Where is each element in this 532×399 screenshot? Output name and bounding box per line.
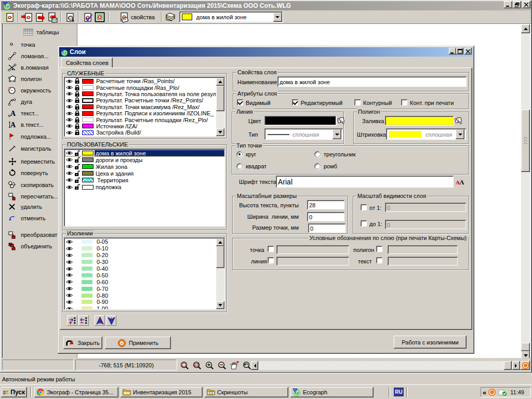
- scroll-down-button[interactable]: [216, 301, 224, 309]
- lock-open-icon[interactable]: [74, 170, 80, 177]
- zoom-rect-button[interactable]: [191, 361, 203, 370]
- close-button[interactable]: [522, 1, 530, 8]
- legend-line-field[interactable]: [276, 257, 350, 266]
- line-color-picker-icon[interactable]: [337, 116, 345, 125]
- to-checkbox[interactable]: [361, 220, 367, 227]
- eye-icon[interactable]: [66, 260, 73, 264]
- eye-icon[interactable]: [66, 185, 73, 190]
- user-layer-row[interactable]: дороги и проезды: [65, 156, 224, 163]
- hscroll-left-button[interactable]: [251, 361, 258, 370]
- sidebar-tool[interactable]: текст...: [7, 108, 38, 118]
- point-square-radio[interactable]: [236, 163, 243, 169]
- line-type-combobox[interactable]: сплошная: [264, 128, 343, 140]
- service-layer-row[interactable]: Результат. Точка пользователя на поле ре…: [65, 91, 216, 97]
- eye-icon[interactable]: [66, 178, 73, 182]
- hscroll-right-button[interactable]: [512, 361, 520, 370]
- isoline-row[interactable]: 0-20: [65, 252, 216, 259]
- isoline-row[interactable]: 0-80: [65, 292, 216, 299]
- isolines-work-button[interactable]: Работа с изолиниями: [394, 336, 467, 349]
- lock-open-icon[interactable]: [74, 164, 80, 170]
- lock-open-icon[interactable]: [74, 157, 80, 163]
- user-layer-row[interactable]: Жилая зона: [65, 163, 224, 170]
- hscroll-track[interactable]: [259, 361, 504, 370]
- service-layer-row[interactable]: Результат. Точки максимума /Rez_Max/: [65, 104, 216, 110]
- scroll-down-button[interactable]: [216, 128, 224, 136]
- service-layer-row[interactable]: Расчетные точки /Ras_Points/: [65, 78, 216, 84]
- eye-icon[interactable]: [66, 273, 73, 277]
- visible-checkbox[interactable]: [237, 99, 244, 106]
- close-dialog-button[interactable]: Закрыть: [63, 337, 102, 349]
- legend-polygon-field[interactable]: [388, 245, 458, 255]
- user-layers-list[interactable]: дома в жилой зоне дороги и проезды Ж: [64, 149, 225, 227]
- zoom-in-button[interactable]: [204, 361, 215, 370]
- dialog-close-button[interactable]: [464, 48, 472, 55]
- pan-button[interactable]: [229, 361, 240, 370]
- export-button[interactable]: [33, 11, 46, 23]
- lock-icon[interactable]: [74, 117, 80, 123]
- fill-color-swatch[interactable]: [385, 116, 454, 126]
- contour-checkbox[interactable]: [354, 99, 361, 106]
- vscroll-thumb[interactable]: [521, 110, 530, 172]
- lock-icon[interactable]: [74, 129, 80, 136]
- save-button[interactable]: [46, 11, 58, 23]
- lock-icon[interactable]: [74, 110, 80, 116]
- dialog-maximize-button[interactable]: [456, 48, 463, 55]
- vertical-scrollbar[interactable]: [521, 24, 530, 360]
- sidebar-tool[interactable]: удалить: [7, 202, 42, 212]
- sidebar-tool[interactable]: магистраль: [7, 143, 51, 154]
- legend-point-checkbox[interactable]: [268, 246, 274, 252]
- sidebar-tool[interactable]: полигон: [7, 74, 42, 84]
- eye-icon[interactable]: [66, 117, 73, 122]
- minimize-button[interactable]: [504, 1, 512, 8]
- isoline-row[interactable]: 0-05: [65, 238, 216, 245]
- scroll-up-button[interactable]: [216, 78, 224, 86]
- eye-icon[interactable]: [66, 253, 73, 258]
- taskbar-button[interactable]: Ecograph: [290, 387, 374, 397]
- eye-icon[interactable]: [66, 171, 73, 176]
- isoline-row[interactable]: 1-00: [65, 305, 216, 309]
- fill-color-picker-icon[interactable]: [454, 116, 462, 125]
- service-layer-row[interactable]: Источники /IZA/: [65, 123, 216, 129]
- eye-icon[interactable]: [66, 98, 73, 103]
- line-width-field[interactable]: 0: [307, 212, 345, 222]
- scroll-thumb[interactable]: [216, 86, 224, 111]
- preview-button[interactable]: [63, 11, 76, 23]
- legend-text-checkbox[interactable]: [376, 257, 383, 264]
- line-color-swatch[interactable]: [264, 116, 337, 126]
- new-map-button[interactable]: [3, 11, 16, 23]
- language-indicator[interactable]: RU: [394, 388, 404, 396]
- lock-icon[interactable]: [74, 123, 80, 129]
- sidebar-tool[interactable]: таблицы: [23, 27, 59, 37]
- sidebar-tool[interactable]: преобразовать: [7, 230, 60, 240]
- sidebar-tool[interactable]: дуга: [7, 97, 32, 107]
- isoline-up-button[interactable]: [95, 315, 105, 326]
- main-titlebar[interactable]: Экограф-карта:\\G:\РАБОТА МАМА\ООО Соть\…: [1, 1, 531, 10]
- eye-icon[interactable]: [66, 85, 73, 90]
- dialog-minimize-button[interactable]: [449, 48, 456, 55]
- isoline-row[interactable]: 0-10: [65, 245, 216, 252]
- sidebar-tool[interactable]: ломаная...: [7, 51, 49, 61]
- line-type-dropdown-button[interactable]: [332, 129, 341, 139]
- service-layer-row[interactable]: Результат. Расчетные точки /Rez_Points/: [65, 97, 216, 103]
- eye-icon[interactable]: [66, 91, 73, 96]
- legend-text-field[interactable]: [388, 257, 458, 266]
- tray-app-icon[interactable]: [488, 388, 496, 396]
- layer-combo-dropdown-button[interactable]: [273, 12, 282, 22]
- lock-icon[interactable]: [74, 85, 80, 91]
- service-list-scrollbar[interactable]: [216, 78, 224, 136]
- eye-icon[interactable]: [66, 111, 73, 116]
- scroll-thumb[interactable]: [216, 246, 224, 268]
- taskbar-button[interactable]: Скриншоты: [205, 387, 288, 397]
- sidebar-tool[interactable]: окружность: [7, 85, 51, 96]
- isoline-row[interactable]: 0-40: [65, 265, 216, 272]
- zoom-out-button[interactable]: [216, 361, 228, 370]
- isolines-scrollbar[interactable]: [216, 238, 224, 309]
- user-layer-row[interactable]: дома в жилой зоне: [65, 150, 224, 156]
- contour-print-checkbox[interactable]: [401, 99, 408, 106]
- tab-layer-properties[interactable]: Свойства слоев: [61, 58, 113, 68]
- point-circle-radio[interactable]: [236, 151, 243, 157]
- eye-icon[interactable]: [66, 151, 73, 155]
- eye-icon[interactable]: [66, 240, 73, 244]
- sidebar-tool[interactable]: повернуть: [7, 168, 48, 178]
- scroll-corner-button[interactable]: [521, 361, 530, 370]
